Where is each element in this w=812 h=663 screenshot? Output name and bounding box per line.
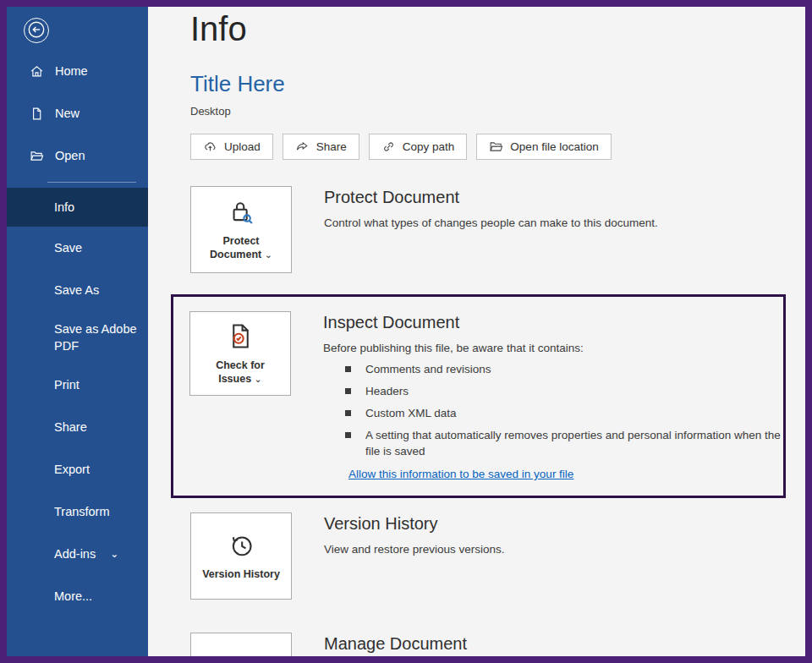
version-history-text: Version History View and restore previou… <box>324 512 798 600</box>
copy-path-button-label: Copy path <box>403 140 455 153</box>
sidebar-item-more[interactable]: More... <box>7 575 148 617</box>
check-for-issues-button-label: Check for Issues ⌄ <box>201 359 279 386</box>
sidebar-item-label: Open <box>55 149 85 162</box>
version-history-section: Version History Version History View and… <box>190 512 798 600</box>
sidebar-item-export[interactable]: Export <box>7 448 148 490</box>
upload-button-label: Upload <box>224 140 261 153</box>
sidebar-item-save-as-adobe-pdf[interactable]: Save as Adobe PDF <box>7 311 148 364</box>
document-title: Title Here <box>190 71 285 97</box>
list-item: A setting that automatically removes pro… <box>323 427 790 459</box>
folder-icon <box>489 140 503 154</box>
sidebar-item-label: Add-ins <box>54 547 96 561</box>
sidebar-item-open[interactable]: Open <box>7 134 148 177</box>
protect-document-section: Protect Document ⌄ Protect Document Cont… <box>190 186 798 273</box>
section-heading: Version History <box>324 514 798 534</box>
sidebar-item-transform[interactable]: Transform <box>7 490 148 533</box>
sidebar-item-share[interactable]: Share <box>7 406 148 448</box>
section-heading: Manage Document <box>324 634 798 654</box>
chevron-down-icon: ⌄ <box>265 249 272 260</box>
sidebar-item-label: Share <box>54 420 87 434</box>
manage-document-text: Manage Document <box>324 633 798 656</box>
document-check-icon <box>227 322 255 353</box>
link-icon <box>381 140 396 154</box>
open-file-location-button[interactable]: Open file location <box>476 134 611 160</box>
inspect-document-text: Inspect Document Before publishing this … <box>323 311 797 481</box>
new-document-icon <box>30 107 44 121</box>
sidebar-item-home[interactable]: Home <box>7 50 148 92</box>
check-for-issues-button[interactable]: Check for Issues ⌄ <box>189 311 291 396</box>
section-body: Control what types of changes people can… <box>324 215 798 231</box>
sidebar-item-add-ins[interactable]: Add-ins ⌄ <box>7 533 148 575</box>
sidebar-divider <box>47 182 136 183</box>
open-folder-icon <box>30 149 44 163</box>
inspect-findings-list: Comments and revisions Headers Custom XM… <box>323 361 797 459</box>
list-item: Custom XML data <box>323 405 790 421</box>
section-heading: Inspect Document <box>323 313 797 332</box>
bullet-square-icon <box>345 410 351 416</box>
sidebar-item-label: Save as Adobe PDF <box>54 321 141 354</box>
protect-document-text: Protect Document Control what types of c… <box>324 186 798 273</box>
bullet-square-icon <box>345 388 351 394</box>
sidebar-item-new[interactable]: New <box>7 92 148 134</box>
manage-document-button[interactable] <box>190 633 292 656</box>
copy-path-button[interactable]: Copy path <box>369 134 468 160</box>
sidebar-item-print[interactable]: Print <box>7 364 148 406</box>
section-body: View and restore previous versions. <box>324 541 798 557</box>
action-buttons-row: Upload Share <box>190 134 612 160</box>
open-file-location-button-label: Open file location <box>510 140 598 153</box>
highlight-box: Check for Issues ⌄ Inspect Document Befo… <box>171 294 786 498</box>
page-title: Info <box>190 10 247 48</box>
protect-document-button[interactable]: Protect Document ⌄ <box>190 186 292 273</box>
lock-icon <box>228 198 255 228</box>
chevron-down-icon: ⌄ <box>255 374 262 384</box>
bullet-square-icon <box>345 432 351 438</box>
list-item: Comments and revisions <box>323 361 790 377</box>
back-icon <box>27 20 46 41</box>
backstage-sidebar: Home New Open <box>7 7 148 656</box>
bullet-square-icon <box>345 366 351 372</box>
backstage-content: Info Title Here Desktop Upload <box>148 7 805 656</box>
share-button[interactable]: Share <box>283 134 359 160</box>
sidebar-item-save[interactable]: Save <box>7 227 148 269</box>
list-item: Headers <box>323 383 790 399</box>
sidebar-item-label: Transform <box>54 505 110 518</box>
backstage-view: Home New Open <box>7 7 805 656</box>
chevron-down-icon: ⌄ <box>110 548 118 560</box>
share-icon <box>295 140 310 154</box>
sidebar-item-label: Save <box>54 241 82 255</box>
manage-document-section: Manage Document <box>190 633 798 656</box>
version-history-button-label: Version History <box>202 567 280 581</box>
app-window: Home New Open <box>0 0 812 663</box>
document-location: Desktop <box>190 105 231 118</box>
sidebar-item-label: Export <box>54 463 90 476</box>
upload-button[interactable]: Upload <box>190 134 273 160</box>
history-clock-icon <box>228 531 255 562</box>
sidebar-item-label: More... <box>54 589 92 603</box>
sidebar-item-label: Save As <box>54 283 99 297</box>
back-button[interactable] <box>24 18 49 43</box>
home-icon <box>30 64 44 79</box>
section-heading: Protect Document <box>324 188 798 207</box>
sidebar-item-label: New <box>55 107 80 120</box>
share-button-label: Share <box>316 140 347 153</box>
inspect-document-section: Check for Issues ⌄ Inspect Document Befo… <box>189 311 797 481</box>
sidebar-item-info[interactable]: Info <box>7 188 148 227</box>
version-history-button[interactable]: Version History <box>190 512 292 600</box>
protect-document-button-label: Protect Document ⌄ <box>202 234 280 261</box>
allow-info-saved-link[interactable]: Allow this information to be saved in yo… <box>348 468 573 480</box>
sidebar-item-label: Print <box>54 378 80 392</box>
sidebar-nav: Home New Open <box>7 50 148 617</box>
sidebar-item-save-as[interactable]: Save As <box>7 269 148 311</box>
sidebar-item-label: Info <box>54 200 74 214</box>
inspect-intro: Before publishing this file, be aware th… <box>323 340 797 356</box>
sidebar-item-label: Home <box>55 64 88 78</box>
upload-cloud-icon <box>203 140 217 154</box>
